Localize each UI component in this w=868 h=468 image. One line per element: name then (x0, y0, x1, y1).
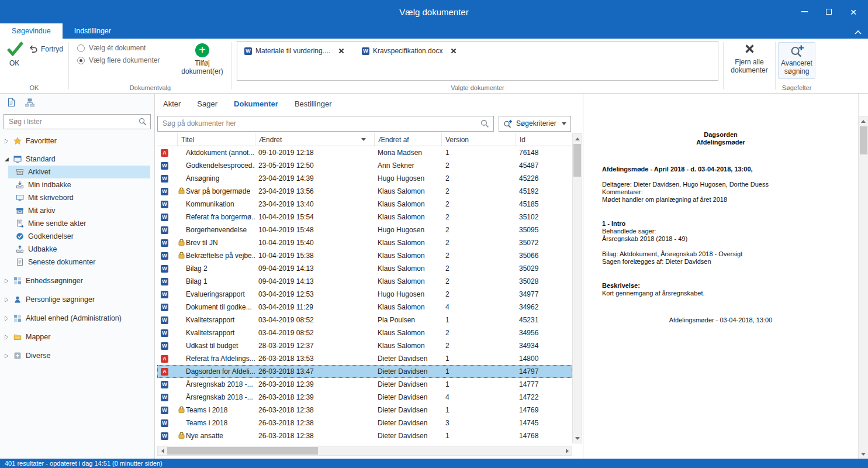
ribbon-group-ok: OK Fortryd OK (0, 39, 68, 93)
column-header-titel[interactable]: Titel (177, 133, 255, 146)
table-row[interactable]: Brev til JN 10-04-2019 15:40 Klaus Salom… (157, 236, 572, 249)
column-header-icon[interactable] (157, 133, 177, 146)
table-row[interactable]: Udkast til budget 28-03-2019 12:37 Klaus… (157, 339, 572, 352)
table-row[interactable]: Borgerhenvendelse 10-04-2019 15:48 Hugo … (157, 223, 572, 236)
ribbon-tab-sogevindue[interactable]: Søgevindue (0, 23, 63, 39)
sidebar-item-mine-sendte-akter[interactable]: Mine sendte akter (0, 217, 154, 230)
sidebar-item-mit-arkiv[interactable]: Mit arkiv (0, 204, 154, 217)
ribbon-tab-indstillinger[interactable]: Indstillinger (63, 23, 123, 39)
sidebar-item-enhedssogninger[interactable]: Enhedssøgninger (0, 274, 154, 287)
tab-bestillinger[interactable]: Bestillinger (295, 99, 332, 108)
sidebar-item-diverse[interactable]: Diverse (0, 349, 154, 362)
preview-vertical-scrollbar[interactable] (858, 94, 868, 459)
maximize-button[interactable] (817, 0, 841, 23)
sidebar-item-personlige-sogninger[interactable]: Personlige søgninger (0, 293, 154, 306)
table-row[interactable]: Evalueringsrapport 03-04-2019 12:53 Hugo… (157, 288, 572, 301)
sidebar-search (4, 114, 151, 129)
scroll-right-button[interactable] (562, 446, 572, 455)
group-label-sogefelter: Søgefelter (776, 84, 818, 91)
selected-document-chip[interactable]: Materiale til vurdering.... (244, 47, 344, 55)
expander-collapsed-icon[interactable] (4, 297, 9, 302)
org-chart-icon[interactable] (25, 98, 34, 109)
expander-expanded-icon[interactable] (4, 157, 9, 162)
sidebar-item-udbakke[interactable]: Udbakke (0, 243, 154, 256)
table-row[interactable]: Bekræftelse på vejbe... 10-04-2019 15:38… (157, 249, 572, 262)
table-header: Titel Ændret Ændret af Version Id (157, 133, 572, 146)
document-version: 2 (441, 226, 516, 234)
table-row[interactable]: Årsregnskab 2018 -... 26-03-2018 12:39 D… (157, 391, 572, 404)
advanced-search-button[interactable]: Avanceret søgning (778, 42, 815, 79)
add-documents-button[interactable]: + Tilføj dokument(er) (178, 43, 227, 75)
table-row[interactable]: Referat fra Afdelings... 26-03-2018 13:5… (157, 352, 572, 365)
scroll-up-button[interactable] (859, 116, 868, 126)
table-row[interactable]: Kvalitetsrapport 03-04-2019 08:52 Pia Po… (157, 314, 572, 326)
list-vertical-scrollbar[interactable] (572, 133, 582, 443)
table-row[interactable]: Aktdokument (annot... 09-10-2019 12:18 M… (157, 146, 572, 159)
tab-sager[interactable]: Sager (197, 99, 217, 108)
radio-single-document[interactable]: Vælg ét dokument (77, 44, 160, 52)
expander-collapsed-icon[interactable] (4, 353, 9, 359)
expander-collapsed-icon[interactable] (4, 335, 9, 340)
column-header-aendret[interactable]: Ændret (255, 133, 374, 146)
scroll-down-button[interactable] (573, 433, 582, 443)
sidebar-item-godkendelser[interactable]: Godkendelser (0, 230, 154, 243)
sidebar-item-aktuel-enhed[interactable]: Aktuel enhed (Administration) (0, 312, 154, 325)
table-row[interactable]: Bilag 2 09-04-2019 14:13 Klaus Salomon 2… (157, 262, 572, 275)
remove-all-documents-button[interactable]: Fjern alle dokumenter (724, 43, 775, 74)
table-row[interactable]: Kvalitetsrapport 03-04-2019 08:52 Klaus … (157, 326, 572, 339)
table-row[interactable]: Nye ansatte 26-03-2018 12:38 Dieter Davi… (157, 429, 572, 442)
selected-document-chip[interactable]: Kravspecifikation.docx (362, 47, 457, 55)
table-row[interactable]: Teams i 2018 26-03-2018 12:38 Dieter Dav… (157, 404, 572, 417)
vertical-scrollbar-thumb[interactable] (860, 126, 867, 154)
ok-button[interactable]: OK (6, 41, 25, 67)
sidebar-item-arkivet[interactable]: Arkivet (0, 166, 150, 178)
table-row[interactable]: Bilag 1 09-04-2019 14:13 Klaus Salomon 2… (157, 275, 572, 288)
sidebar-item-standard[interactable]: Standard (0, 153, 154, 166)
tab-dokumenter[interactable]: Dokumenter (234, 99, 278, 108)
table-row[interactable]: Årsregnskab 2018 -... 26-03-2018 12:39 D… (157, 378, 572, 391)
sidebar-item-mapper[interactable]: Mapper (0, 331, 154, 343)
horizontal-scrollbar-thumb[interactable] (167, 447, 318, 455)
collapse-ribbon-button[interactable] (854, 27, 862, 37)
sidebar-item-min-indbakke[interactable]: Min indbakke (0, 178, 154, 191)
table-row[interactable]: Godkendelsesproced... 23-05-2019 12:50 A… (157, 159, 572, 172)
column-header-aendret-af[interactable]: Ændret af (374, 133, 441, 146)
table-row[interactable]: Referat fra borgermø... 10-04-2019 15:54… (157, 211, 572, 223)
expander-collapsed-icon[interactable] (4, 139, 9, 144)
undo-button[interactable]: Fortryd (29, 45, 63, 53)
document-title: Bilag 1 (186, 277, 208, 285)
search-criteria-button[interactable]: Søgekriterier (499, 116, 571, 132)
expander-collapsed-icon[interactable] (4, 316, 9, 321)
scroll-left-button[interactable] (158, 446, 167, 455)
sidebar-item-favoritter[interactable]: Favoritter (0, 135, 154, 147)
tab-akter[interactable]: Akter (163, 99, 181, 108)
sidebar-item-mit-skrivebord[interactable]: Mit skrivebord (0, 191, 154, 204)
document-version: 1 (441, 149, 516, 157)
expander-collapsed-icon[interactable] (4, 278, 9, 284)
scroll-up-button[interactable] (573, 134, 582, 143)
table-row[interactable]: Svar på borgermøde 23-04-2019 13:56 Klau… (157, 185, 572, 198)
table-row[interactable]: Teams i 2018 26-03-2018 12:38 Dieter Dav… (157, 417, 572, 429)
new-document-icon[interactable] (7, 98, 16, 109)
table-row[interactable]: Dokument til godke... 03-04-2019 11:29 K… (157, 301, 572, 314)
radio-multiple-documents[interactable]: Vælg flere dokumenter (77, 56, 160, 64)
close-icon (451, 48, 457, 54)
vertical-scrollbar-thumb[interactable] (573, 144, 581, 177)
table-row[interactable]: Dagsorden for Afdeli... 26-03-2018 13:47… (157, 365, 572, 378)
column-header-version[interactable]: Version (441, 133, 516, 146)
sidebar-item-seneste-dokumenter[interactable]: Seneste dokumenter (0, 256, 154, 269)
statusbar: 401 resultater - opdateret i dag 14:51 (… (0, 459, 868, 468)
remove-document-button[interactable] (338, 48, 344, 54)
table-row[interactable]: Ansøgning 23-04-2019 14:39 Hugo Hugosen … (157, 172, 572, 185)
scroll-down-button[interactable] (859, 449, 868, 459)
close-button[interactable]: × (841, 0, 866, 23)
document-modified: 10-04-2019 15:48 (255, 226, 374, 234)
table-row[interactable]: Kommunikation 23-04-2019 13:40 Klaus Sal… (157, 198, 572, 211)
minimize-button[interactable] (792, 0, 817, 23)
remove-document-button[interactable] (451, 48, 457, 54)
sidebar-search-input[interactable] (4, 114, 151, 129)
document-search-input[interactable] (157, 116, 494, 132)
column-header-id[interactable]: Id (516, 133, 573, 146)
horizontal-scrollbar[interactable] (157, 446, 572, 456)
document-version: 1 (441, 380, 516, 388)
